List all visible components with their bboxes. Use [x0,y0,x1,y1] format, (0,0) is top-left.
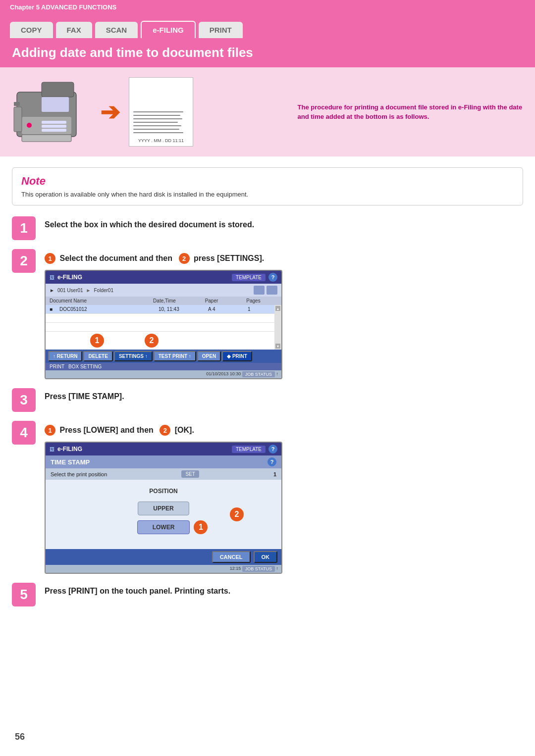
svg-rect-1 [42,82,74,97]
step-1-content: Select the box in which the desired docu… [45,216,523,234]
col-doc-name: Document Name [50,298,153,303]
intro-description: The procedure for printing a document fi… [298,102,523,122]
open-button[interactable]: OPEN [197,351,221,361]
ts-sub-header: Select the print position SET 1 [46,468,281,480]
step-4-content: 1 Press [LOWER] and then 2 [OK]. 🖼 e-FIL… [45,421,523,574]
ts-template-button[interactable]: TEMPLATE [232,446,266,453]
tab-fax[interactable]: FAX [56,22,92,38]
nav-sep: ► [86,288,91,293]
ts-sub-header-text: Select the print position [51,471,107,477]
page-number: 56 [15,732,25,742]
doc-line [133,125,181,126]
status-timestamp: 01/10/2013 10:30 [206,371,241,377]
screen-header: 🖼 e-FILING TEMPLATE ? [46,271,281,284]
step-2-number: 2 [12,249,36,273]
screen-footer: ↑ RETURN DELETE SETTINGS ↑ TEST PRINT ↑ … [46,350,281,363]
step-4-text-1: Press [LOWER] and then [59,426,153,434]
scroll-up-btn[interactable]: ▲ [275,306,280,311]
doc-timestamp: YYYY . MM . DD 11:11 [133,138,189,143]
table-body: ■ DOC051012 10, 11:43 A 4 1 1 2 ▲ ▼ [46,305,281,350]
time-stamp-screen: 🖼 e-FILING TEMPLATE ? TIME STAMP ? Selec… [45,442,282,574]
ts-section-title: TIME STAMP [51,458,90,466]
screen-nav: ► 001 User01 ► Folder01 [46,284,281,297]
step-3-content: Press [TIME STAMP]. [45,388,523,406]
ts-job-status-button[interactable]: JOB STATUS [242,566,275,572]
note-box: Note This operation is available only wh… [12,167,523,205]
tab-scan[interactable]: SCAN [95,22,138,38]
step-1-number: 1 [12,216,36,240]
settings-button[interactable]: SETTINGS ↑ [114,351,153,361]
top-header: Chapter 5 ADVANCED FUNCTIONS [0,0,535,14]
step-5-title: Press [PRINT] on the touch panel. Printi… [45,587,523,596]
cancel-button[interactable]: CANCEL [212,551,251,563]
svg-rect-10 [42,129,66,132]
ts-section-help[interactable]: ? [268,457,276,466]
ts-position-label: POSITION [51,488,276,495]
ts-badge-2: 2 [230,507,244,521]
table-row-empty-2 [46,323,281,332]
nav-icon-thumb[interactable] [267,286,277,295]
intro-area: ➔ YYYY . MM . DD 11:11 The procedure for… [0,67,535,156]
overlay-badge-1: 1 [90,334,104,348]
doc-line [133,111,183,112]
ts-screen-title: e-FILING [57,446,82,453]
scroll-bar: ▲ ▼ [274,305,281,350]
tab-efiling[interactable]: e-FILING [141,21,196,38]
lower-button[interactable]: LOWER [137,520,190,534]
scroll-down-btn[interactable]: ▼ [275,344,280,349]
doc-line [133,115,180,116]
intro-images: ➔ YYYY . MM . DD 11:11 [12,77,283,147]
svg-rect-6 [14,102,20,106]
ok-button[interactable]: OK [254,551,278,563]
table-header: Document Name Date,Time Paper Pages [46,297,281,305]
badge-1: 1 [45,253,55,264]
doc-line [133,122,178,123]
delete-button[interactable]: DELETE [83,351,112,361]
printer-illustration [12,77,91,147]
nav-icon-list[interactable] [254,286,265,295]
step-2-title: 1 Select the document and then 2 press [… [45,253,523,264]
job-status-button[interactable]: JOB STATUS [242,371,275,377]
doc-line [133,132,183,133]
screen-title: e-FILING [57,274,82,281]
step-5-number: 5 [12,583,36,606]
screen-logo-icon: 🖼 [50,275,54,280]
ts-status-time: 12:15 [230,566,241,572]
step-3-title: Press [TIME STAMP]. [45,392,523,401]
nav-arrow: ► [50,288,54,293]
badge-2: 2 [179,253,190,264]
step-1: 1 Select the box in which the desired do… [12,216,523,240]
svg-rect-5 [22,135,71,142]
svg-rect-4 [14,107,22,132]
doc-lines [133,111,189,133]
nav-user: 001 User01 [57,288,83,293]
step-5: 5 Press [PRINT] on the touch panel. Prin… [12,583,523,606]
step-2-text-1: Select the document and then [59,254,172,262]
ts-status-bar: 12:15 JOB STATUS ↑ [46,565,281,573]
screen-status-bar: 01/10/2013 10:30 JOB STATUS ↑ [46,370,281,378]
row-paper: A 4 [208,306,248,312]
print-button[interactable]: ◆ PRINT [222,351,252,361]
tab-copy[interactable]: COPY [10,22,53,38]
help-button[interactable]: ? [268,273,277,282]
test-print-button[interactable]: TEST PRINT ↑ [154,351,196,361]
chapter-label: Chapter 5 ADVANCED FUNCTIONS [10,3,116,11]
row-doc-name: DOC051012 [59,306,159,312]
template-button[interactable]: TEMPLATE [232,274,266,281]
step-2-content: 1 Select the document and then 2 press [… [45,249,523,379]
tab-print[interactable]: PRINT [199,22,243,38]
table-row-selected[interactable]: ■ DOC051012 10, 11:43 A 4 1 [46,305,281,314]
table-row-empty [46,314,281,323]
ts-help-button[interactable]: ? [268,445,277,454]
svg-rect-3 [42,97,69,112]
row-pages: 1 [248,306,277,312]
upper-button[interactable]: UPPER [138,502,189,515]
screen-header-right: TEMPLATE ? [232,273,277,282]
overlay-badge-2: 2 [145,334,159,348]
ts-logo-icon: 🖼 [50,447,54,452]
ts-reset-button[interactable]: SET [181,470,199,478]
return-button[interactable]: ↑ RETURN [48,351,82,361]
note-title: Note [21,175,514,188]
step-5-content: Press [PRINT] on the touch panel. Printi… [45,583,523,601]
ts-title-bar: TIME STAMP ? [46,455,281,468]
